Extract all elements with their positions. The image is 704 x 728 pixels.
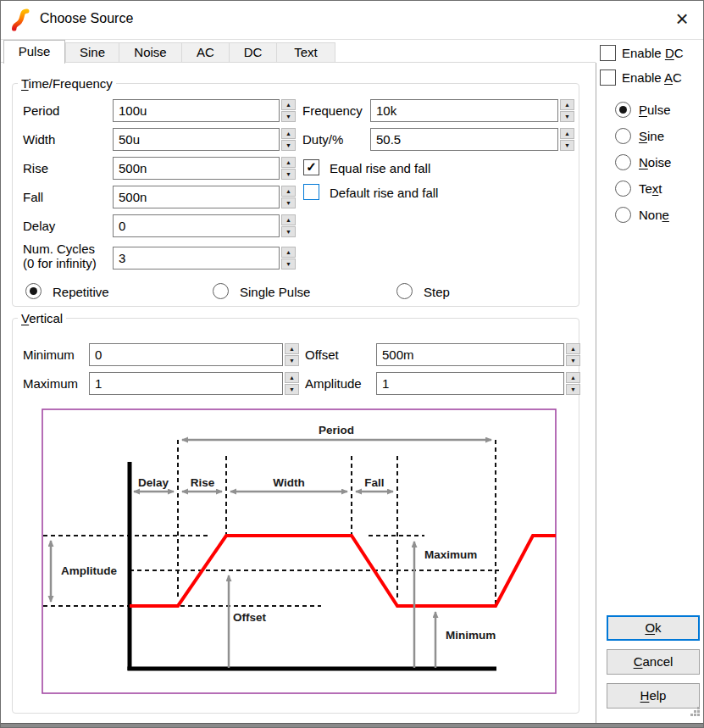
fall-input[interactable]	[113, 186, 280, 208]
spin-up-icon[interactable]: ▲	[281, 99, 296, 110]
width-spinner[interactable]: ▲ ▼	[281, 128, 296, 151]
enable-dc-checkbox[interactable]	[600, 45, 616, 61]
diagram-label-delay: Delay	[138, 476, 169, 489]
tab-sine[interactable]: Sine	[65, 42, 119, 63]
spin-down-icon[interactable]: ▼	[560, 111, 574, 122]
panel-separator	[596, 63, 596, 723]
source-radio-pulse-label: Pulse	[639, 103, 671, 117]
tab-dc[interactable]: DC	[229, 42, 277, 63]
rise-input[interactable]	[113, 157, 280, 180]
dialog-title: Choose Source	[40, 11, 133, 26]
frequency-spinner[interactable]: ▲ ▼	[560, 99, 574, 122]
diagram-label-width: Width	[273, 476, 304, 489]
spin-down-icon[interactable]: ▼	[281, 169, 296, 180]
equal-rise-fall-checkbox[interactable]: ✓	[303, 159, 319, 175]
source-radio-pulse[interactable]	[615, 102, 631, 118]
amplitude-spinner[interactable]: ▲ ▼	[566, 372, 580, 395]
spin-up-icon[interactable]: ▲	[560, 128, 574, 139]
offset-spinner[interactable]: ▲ ▼	[566, 343, 580, 366]
diagram-label-period: Period	[319, 424, 354, 436]
period-input[interactable]	[113, 99, 280, 122]
spin-down-icon[interactable]: ▼	[285, 355, 299, 366]
close-icon[interactable]: ×	[669, 6, 695, 33]
enable-ac-checkbox[interactable]	[600, 69, 616, 86]
spin-up-icon[interactable]: ▲	[566, 372, 580, 383]
maximum-input[interactable]	[89, 372, 283, 395]
spin-down-icon[interactable]: ▼	[281, 140, 296, 151]
spin-up-icon[interactable]: ▲	[281, 186, 296, 197]
maximum-spinner[interactable]: ▲ ▼	[285, 372, 299, 395]
fall-label: Fall	[23, 190, 43, 204]
choose-source-dialog: Choose Source × Pulse Sine Noise AC DC T…	[0, 0, 704, 728]
enable-ac-label: Enable AC	[622, 70, 682, 85]
window-bottom-border	[1, 723, 703, 728]
delay-input[interactable]	[113, 214, 280, 237]
spin-up-icon[interactable]: ▲	[281, 214, 296, 225]
duty-spinner[interactable]: ▲ ▼	[560, 128, 574, 151]
maximum-label: Maximum	[23, 376, 78, 391]
tab-ac[interactable]: AC	[181, 42, 230, 63]
equal-rise-fall-label: Equal rise and fall	[330, 161, 430, 175]
spin-down-icon[interactable]: ▼	[285, 384, 299, 395]
period-spinner[interactable]: ▲ ▼	[281, 99, 296, 122]
ok-button[interactable]: Ok	[607, 615, 700, 641]
amplitude-input[interactable]	[376, 372, 564, 395]
mode-radio-single-pulse[interactable]	[213, 283, 229, 299]
diagram-label-amplitude: Amplitude	[61, 564, 117, 577]
spin-up-icon[interactable]: ▲	[285, 372, 299, 383]
num-cycles-label-line1: Num. Cycles	[23, 242, 95, 256]
delay-spinner[interactable]: ▲ ▼	[281, 214, 296, 237]
spin-down-icon[interactable]: ▼	[281, 197, 296, 208]
num-cycles-input[interactable]	[113, 247, 280, 270]
source-radio-noise[interactable]	[615, 154, 631, 170]
mode-radio-step-label: Step	[424, 285, 450, 299]
spin-down-icon[interactable]: ▼	[566, 384, 580, 395]
period-label: Period	[23, 103, 59, 118]
diagram-label-minimum: Minimum	[446, 629, 496, 642]
spin-up-icon[interactable]: ▲	[566, 343, 580, 354]
spin-down-icon[interactable]: ▼	[281, 226, 296, 237]
minimum-input[interactable]	[89, 343, 283, 366]
amplitude-label: Amplitude	[305, 376, 362, 391]
source-radio-sine[interactable]	[615, 128, 631, 144]
width-input[interactable]	[113, 128, 280, 151]
source-radio-text[interactable]	[615, 181, 631, 197]
duty-input[interactable]	[370, 128, 558, 151]
spin-up-icon[interactable]: ▲	[285, 343, 299, 354]
source-radio-none[interactable]	[615, 207, 631, 223]
spin-up-icon[interactable]: ▲	[560, 99, 574, 110]
mode-radio-repetitive[interactable]	[25, 283, 42, 299]
spin-down-icon[interactable]: ▼	[281, 111, 296, 122]
mode-radio-repetitive-label: Repetitive	[53, 285, 109, 299]
spin-up-icon[interactable]: ▲	[281, 157, 296, 168]
tab-noise[interactable]: Noise	[119, 42, 182, 63]
minimum-spinner[interactable]: ▲ ▼	[285, 343, 299, 366]
check-icon: ✓	[306, 159, 317, 174]
tab-pulse[interactable]: Pulse	[3, 40, 65, 64]
frequency-input[interactable]	[370, 99, 558, 122]
frequency-label: Frequency	[302, 103, 363, 118]
num-cycles-spinner[interactable]: ▲ ▼	[281, 247, 296, 270]
source-radio-noise-label: Noise	[639, 155, 671, 169]
mode-radio-step[interactable]	[396, 283, 413, 299]
spin-up-icon[interactable]: ▲	[281, 128, 296, 139]
cancel-button[interactable]: Cancel	[607, 649, 700, 675]
default-rise-fall-label: Default rise and fall	[330, 186, 438, 200]
spin-up-icon[interactable]: ▲	[281, 247, 296, 258]
help-button[interactable]: Help	[607, 683, 700, 709]
tab-text[interactable]: Text	[276, 42, 335, 63]
spin-down-icon[interactable]: ▼	[560, 140, 574, 151]
width-label: Width	[23, 132, 55, 147]
time-frequency-group: Time/Frequency Period ▲ ▼ Width ▲ ▼ Rise…	[12, 83, 579, 307]
source-radio-text-label: Text	[639, 181, 662, 196]
vertical-group: Vertical Minimum ▲ ▼ Offset ▲ ▼ Maximum …	[12, 318, 579, 714]
offset-input[interactable]	[376, 343, 564, 366]
resize-grip[interactable]	[690, 705, 701, 720]
default-rise-fall-checkbox[interactable]	[303, 184, 319, 200]
diagram-label-maximum: Maximum	[424, 548, 477, 561]
rise-spinner[interactable]: ▲ ▼	[281, 157, 296, 180]
spin-down-icon[interactable]: ▼	[566, 355, 580, 366]
spin-down-icon[interactable]: ▼	[281, 258, 296, 270]
fall-spinner[interactable]: ▲ ▼	[281, 186, 296, 208]
rise-label: Rise	[23, 161, 48, 175]
